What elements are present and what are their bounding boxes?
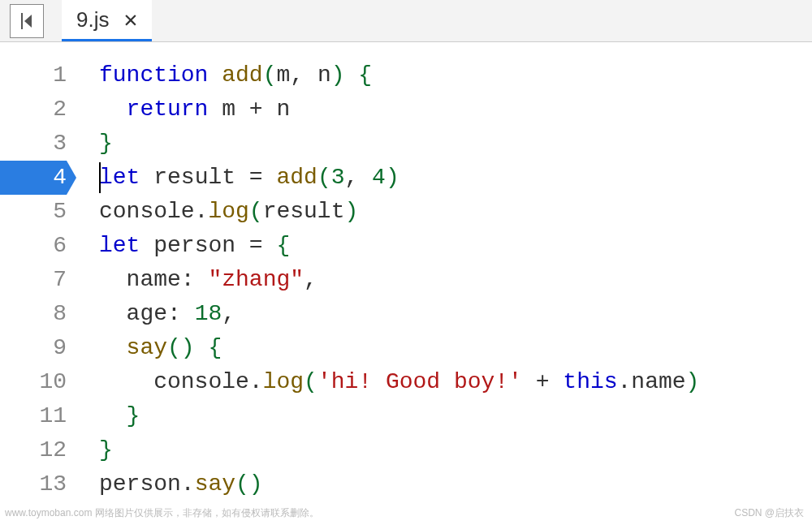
- line-number[interactable]: 12: [0, 433, 67, 467]
- token-plain: [195, 335, 209, 360]
- line-number[interactable]: 4: [0, 161, 67, 195]
- token-num: 18: [195, 301, 222, 326]
- token-paren: (: [317, 165, 331, 190]
- nav-back-icon[interactable]: [10, 4, 44, 38]
- line-number[interactable]: 11: [0, 399, 67, 433]
- line-gutter: 12345678910111213: [0, 42, 81, 525]
- token-plain: ,: [345, 165, 373, 190]
- token-plain: [99, 403, 127, 428]
- token-paren: ): [344, 199, 358, 224]
- token-kw: let: [99, 165, 140, 190]
- close-icon[interactable]: ✕: [123, 6, 137, 33]
- svg-rect-0: [21, 13, 23, 29]
- token-plain: console.: [99, 199, 208, 224]
- token-brace: }: [99, 437, 113, 463]
- token-brace: }: [127, 403, 140, 428]
- line-number[interactable]: 6: [0, 229, 67, 263]
- code-line[interactable]: person.say(): [99, 467, 812, 501]
- token-plain: .name: [618, 369, 686, 394]
- token-plain: console.: [99, 369, 263, 394]
- tab-active[interactable]: 9.js ✕: [62, 0, 152, 41]
- token-paren: (): [235, 471, 263, 497]
- token-paren: (): [167, 335, 195, 360]
- token-kw: return: [127, 97, 209, 122]
- token-brace: {: [208, 335, 222, 360]
- token-brace: }: [99, 131, 113, 156]
- token-num: 3: [331, 165, 345, 190]
- token-plain: ,: [222, 301, 235, 326]
- code-line[interactable]: return m + n: [99, 93, 812, 127]
- token-brace: {: [276, 233, 290, 258]
- token-plain: result =: [140, 165, 276, 190]
- line-number[interactable]: 7: [0, 263, 67, 297]
- code-line[interactable]: say() {: [99, 331, 812, 365]
- text-cursor: [99, 162, 101, 193]
- token-plain: [208, 62, 222, 88]
- code-line[interactable]: }: [99, 399, 812, 433]
- code-editor[interactable]: 12345678910111213 function add(m, n) { r…: [0, 42, 812, 525]
- token-fn: say: [127, 335, 167, 360]
- token-fn: say: [195, 471, 235, 497]
- token-fn: log: [208, 199, 248, 224]
- token-str: 'hi! Good boy!': [317, 369, 522, 394]
- token-plain: [99, 97, 127, 122]
- token-kw: function: [99, 62, 208, 88]
- token-kw: let: [99, 233, 140, 258]
- code-area[interactable]: function add(m, n) { return m + n}let re…: [81, 42, 812, 525]
- code-line[interactable]: let person = {: [99, 229, 812, 263]
- token-plain: ,: [304, 267, 317, 292]
- token-plain: [99, 335, 127, 360]
- svg-marker-1: [24, 15, 32, 28]
- code-line[interactable]: let result = add(3, 4): [99, 161, 812, 195]
- watermark-right: CSDN @启扶衣: [734, 506, 804, 520]
- code-line[interactable]: }: [99, 127, 812, 161]
- line-number[interactable]: 5: [0, 195, 67, 229]
- token-paren: (: [304, 369, 317, 394]
- tab-bar: 9.js ✕: [0, 0, 812, 42]
- code-line[interactable]: name: "zhang",: [99, 263, 812, 297]
- token-plain: person =: [140, 233, 276, 258]
- line-number[interactable]: 2: [0, 93, 67, 127]
- token-brace: {: [358, 62, 372, 88]
- token-plain: age:: [99, 301, 195, 326]
- token-fn: add: [222, 62, 262, 88]
- token-kw: this: [563, 369, 617, 394]
- token-num: 4: [372, 165, 386, 190]
- token-plain: name:: [99, 267, 208, 292]
- token-fn: log: [263, 369, 304, 394]
- code-line[interactable]: console.log('hi! Good boy!' + this.name): [99, 365, 812, 399]
- line-number[interactable]: 1: [0, 58, 67, 93]
- watermark-left: www.toymoban.com 网络图片仅供展示，非存储，如有侵权请联系删除。: [5, 506, 319, 520]
- line-number[interactable]: 3: [0, 127, 67, 161]
- token-plain: [345, 62, 359, 88]
- token-plain: n: [317, 62, 331, 88]
- code-line[interactable]: console.log(result): [99, 195, 812, 229]
- line-number[interactable]: 9: [0, 331, 67, 365]
- token-paren: ): [386, 165, 400, 190]
- token-fn: add: [276, 165, 317, 190]
- code-line[interactable]: function add(m, n) {: [99, 58, 812, 93]
- line-number[interactable]: 8: [0, 297, 67, 331]
- token-plain: person.: [99, 471, 195, 497]
- token-str: "zhang": [208, 267, 304, 292]
- line-number[interactable]: 10: [0, 365, 67, 399]
- code-line[interactable]: age: 18,: [99, 297, 812, 331]
- token-plain: result: [263, 199, 345, 224]
- line-number[interactable]: 13: [0, 467, 67, 501]
- token-paren: (: [249, 199, 263, 224]
- token-paren: (: [263, 62, 277, 88]
- token-plain: +: [522, 369, 563, 394]
- tab-filename: 9.js: [76, 7, 109, 32]
- token-paren: ): [686, 369, 700, 394]
- code-line[interactable]: }: [99, 433, 812, 467]
- token-plain: m + n: [208, 97, 290, 122]
- token-paren: ): [331, 62, 345, 88]
- token-plain: ,: [290, 62, 317, 88]
- token-plain: m: [276, 62, 290, 88]
